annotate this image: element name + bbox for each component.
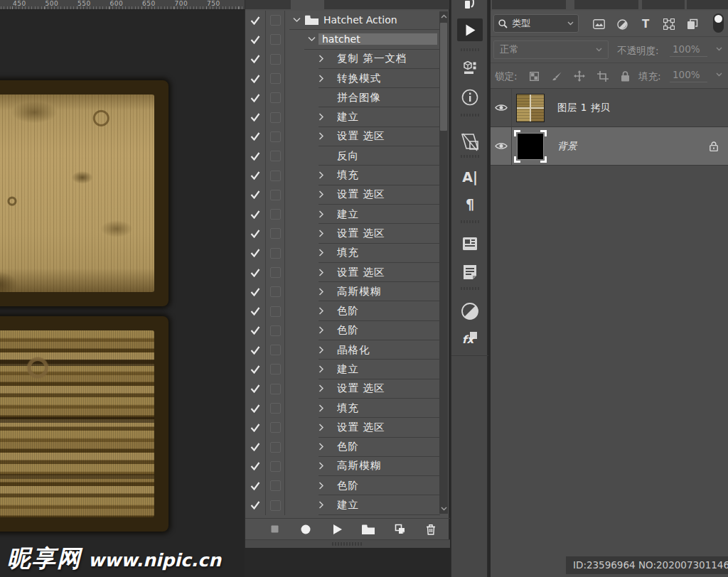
action-step-row[interactable]: 建立 bbox=[245, 205, 450, 224]
modal-control-checkbox[interactable] bbox=[270, 306, 281, 317]
actions-panel-tabstrip[interactable] bbox=[245, 0, 449, 11]
toggle-item-on-off-check[interactable] bbox=[245, 30, 266, 49]
action-step-row[interactable]: 设置 选区 bbox=[245, 185, 450, 205]
toggle-item-on-off-check[interactable] bbox=[245, 263, 266, 282]
action-step-row[interactable]: 填充 bbox=[245, 244, 450, 263]
modal-control-checkbox[interactable] bbox=[270, 325, 281, 336]
modal-control-cell[interactable] bbox=[266, 263, 285, 282]
layer-row[interactable]: 背景 bbox=[491, 127, 728, 166]
action-row-selected[interactable]: hatchet bbox=[245, 30, 450, 49]
modal-control-cell[interactable] bbox=[266, 11, 285, 30]
toggle-item-on-off-check[interactable] bbox=[245, 50, 266, 69]
action-step-row[interactable]: 填充 bbox=[245, 399, 450, 418]
paragraph-icon[interactable]: ¶ bbox=[451, 195, 488, 213]
dock-grip[interactable] bbox=[461, 220, 479, 223]
modal-control-cell[interactable] bbox=[266, 457, 285, 476]
modal-control-checkbox[interactable] bbox=[270, 364, 281, 374]
modal-control-checkbox[interactable] bbox=[270, 171, 281, 181]
action-step-row[interactable]: 转换模式 bbox=[245, 69, 450, 88]
modal-control-checkbox[interactable] bbox=[270, 151, 281, 161]
new-action-button[interactable] bbox=[393, 523, 406, 536]
expand-chevron-right-icon[interactable] bbox=[318, 343, 324, 357]
action-step-row[interactable]: 复制 第一文档 bbox=[245, 50, 450, 69]
modal-control-cell[interactable] bbox=[266, 418, 285, 437]
opacity-value[interactable]: 100% bbox=[670, 43, 707, 57]
expand-chevron-right-icon[interactable] bbox=[318, 401, 324, 415]
chevron-down-icon[interactable] bbox=[716, 47, 722, 51]
modal-control-cell[interactable] bbox=[266, 379, 285, 399]
layer-row[interactable]: 图层 1 拷贝 bbox=[491, 89, 728, 127]
action-step-row[interactable]: 设置 选区 bbox=[245, 418, 450, 437]
expand-chevron-right-icon[interactable] bbox=[318, 110, 324, 124]
toggle-item-on-off-check[interactable] bbox=[245, 399, 266, 418]
dock-grip[interactable] bbox=[461, 48, 479, 51]
styles-fx-icon[interactable]: fx bbox=[451, 328, 488, 348]
modal-control-checkbox[interactable] bbox=[270, 190, 281, 200]
play-button[interactable] bbox=[331, 523, 343, 536]
modal-control-checkbox[interactable] bbox=[270, 422, 281, 433]
expand-chevron-right-icon[interactable] bbox=[318, 72, 324, 85]
action-step-row[interactable]: 反向 bbox=[245, 146, 450, 166]
toggle-item-on-off-check[interactable] bbox=[245, 224, 266, 243]
shape-filter-icon[interactable] bbox=[662, 17, 676, 31]
modal-control-cell[interactable] bbox=[266, 185, 285, 205]
modal-control-cell[interactable] bbox=[266, 282, 285, 301]
lock-position-icon[interactable] bbox=[573, 70, 586, 82]
paragraph-styles-icon[interactable] bbox=[451, 263, 488, 281]
action-step-row[interactable]: 设置 选区 bbox=[245, 379, 450, 399]
expand-chevron-right-icon[interactable] bbox=[318, 382, 324, 395]
toggle-item-on-off-check[interactable] bbox=[245, 88, 266, 107]
modal-control-checkbox[interactable] bbox=[270, 500, 281, 511]
modal-control-checkbox[interactable] bbox=[270, 209, 281, 220]
history-icon[interactable] bbox=[451, 0, 488, 10]
new-set-folder-button[interactable] bbox=[362, 523, 375, 536]
modal-control-cell[interactable] bbox=[266, 205, 285, 224]
fill-value[interactable]: 100% bbox=[670, 69, 707, 82]
modal-control-checkbox[interactable] bbox=[270, 403, 281, 414]
expand-chevron-right-icon[interactable] bbox=[318, 498, 324, 512]
expand-chevron-right-icon[interactable] bbox=[318, 440, 324, 453]
modal-control-cell[interactable] bbox=[266, 166, 285, 185]
layer-visibility-toggle[interactable] bbox=[491, 127, 512, 165]
adjustments-icon[interactable] bbox=[451, 301, 488, 321]
action-step-row[interactable]: 填充 bbox=[245, 166, 450, 185]
action-step-row[interactable]: 建立 bbox=[245, 360, 450, 379]
action-set-row[interactable]: Hatchet Action bbox=[245, 11, 450, 30]
toggle-item-on-off-check[interactable] bbox=[245, 340, 266, 360]
expand-chevron-right-icon[interactable] bbox=[318, 285, 324, 298]
expand-chevron-right-icon[interactable] bbox=[318, 421, 324, 434]
expand-chevron-right-icon[interactable] bbox=[318, 246, 324, 259]
modal-control-cell[interactable] bbox=[266, 340, 285, 360]
lock-all-icon[interactable] bbox=[619, 70, 631, 82]
dock-grip[interactable] bbox=[461, 287, 479, 290]
layer-filter-type-dropdown[interactable]: 类型 bbox=[493, 14, 579, 33]
layers-panel-tabstrip[interactable] bbox=[491, 0, 728, 11]
record-button[interactable] bbox=[299, 523, 312, 536]
expand-chevron-right-icon[interactable] bbox=[318, 323, 324, 337]
modal-control-cell[interactable] bbox=[266, 244, 285, 263]
action-step-row[interactable]: 色阶 bbox=[245, 321, 450, 340]
toggle-item-on-off-check[interactable] bbox=[245, 495, 266, 514]
action-step-row[interactable]: 设置 选区 bbox=[245, 224, 450, 243]
smart-object-filter-icon[interactable] bbox=[685, 17, 700, 31]
modal-control-cell[interactable] bbox=[266, 224, 285, 243]
modal-control-cell[interactable] bbox=[266, 495, 285, 514]
modal-control-cell[interactable] bbox=[266, 69, 285, 88]
modal-control-checkbox[interactable] bbox=[270, 248, 281, 259]
action-step-row[interactable]: 晶格化 bbox=[245, 340, 450, 360]
expand-chevron-right-icon[interactable] bbox=[318, 227, 324, 240]
modal-control-cell[interactable] bbox=[266, 50, 285, 69]
layer-visibility-toggle[interactable] bbox=[491, 89, 512, 126]
modal-control-checkbox[interactable] bbox=[270, 228, 281, 239]
toggle-item-on-off-check[interactable] bbox=[245, 185, 266, 205]
action-step-row[interactable]: 设置 选区 bbox=[245, 127, 450, 146]
expand-chevron-right-icon[interactable] bbox=[318, 266, 324, 279]
lock-artboard-icon[interactable] bbox=[596, 70, 609, 82]
scroll-up-icon[interactable] bbox=[439, 13, 448, 20]
modal-control-cell[interactable] bbox=[266, 399, 285, 418]
modal-control-checkbox[interactable] bbox=[270, 15, 281, 26]
collapse-chevron-down-icon[interactable] bbox=[304, 36, 318, 42]
scroll-down-icon[interactable] bbox=[439, 505, 448, 512]
layer-comps-icon[interactable] bbox=[451, 131, 488, 153]
info-icon[interactable] bbox=[451, 88, 488, 107]
